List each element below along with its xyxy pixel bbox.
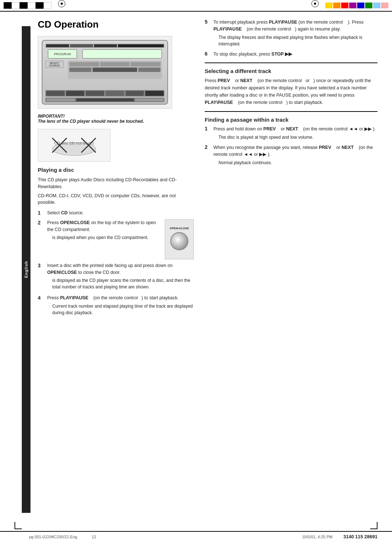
step-4: 4 Press PLAY\PAUSE (on the remote contro… [38,295,194,317]
left-column: CD Operation PROGRAM SELECT SOURCE [38,19,194,513]
important-notice: IMPORTANT! The lens of the CD player sho… [38,114,194,124]
step-1: 1 Select CD source. [38,210,194,216]
bottom-trim-marks [0,520,392,531]
trim-mark-right [370,522,377,529]
right-step-5: 5 To interrupt playback press PLAY\PAUSE… [205,19,377,47]
important-text: The lens of the CD player should never b… [38,119,194,124]
selecting-track-header: Selecting a different track [205,66,377,74]
footer-date: 10/5/01, 4:25 PM [302,535,332,539]
cd-player-illustration: PROGRAM SELECT SOURCE [38,36,172,109]
right-column: 5 To interrupt playback press PLAY\PAUSE… [205,19,377,513]
page-title: CD Operation [38,19,194,30]
playing-disc-intro: This CD player plays Audio Discs includi… [38,177,194,190]
footer-product: 3140 115 28691 [343,534,377,539]
playing-disc-section: Playing a disc This CD player plays Audi… [38,167,194,317]
trim-mark-left [15,522,22,529]
registration-mark-left [58,0,65,7]
footer-page-num: 12 [92,535,96,539]
section-divider-2 [205,111,377,112]
language-tab: English [22,26,30,513]
section-divider-1 [205,62,377,63]
no-touch-illustration: CD disc (do not touch) [38,129,110,162]
open-close-illustration: OPEN•CLOSE [165,219,194,259]
playing-disc-header: Playing a disc [38,167,194,173]
finding-step-2: 2 When you recognise the passage you wan… [205,144,377,166]
finding-step-1: 1 Press and hold down on PREV or NEXT (o… [205,126,377,141]
playing-disc-note: CD-ROM, CD-I, CDV, VCD, DVD or computer … [38,193,194,206]
registration-mark-right [311,0,319,7]
important-title: IMPORTANT! [38,114,194,119]
footer-code: pg 001-022/MC200/22-Eng [29,535,77,539]
right-step-6: 6 To stop disc playback, press STOP ▶▶ [205,51,377,58]
step-3: 3 Insert a disc with the printed side fa… [38,262,194,292]
selecting-track-text: Press PREV or NEXT (on the remote contro… [205,77,377,106]
page-footer: pg 001-022/MC200/22-Eng 12 10/5/01, 4:25… [0,531,392,542]
finding-passage-header: Finding a passage within a track [205,115,377,123]
step-2: 2 OPEN•CLOSE Press OPEN\CLOSE on the top… [38,219,194,259]
